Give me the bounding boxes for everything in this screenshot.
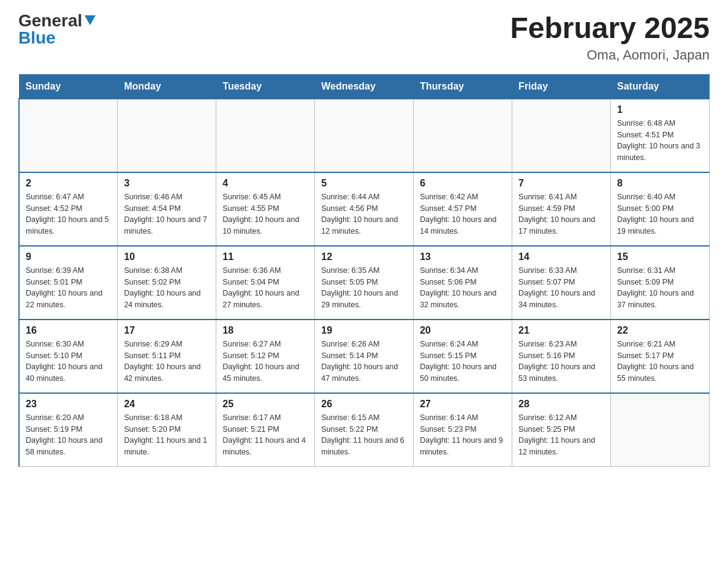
- day-number: 6: [420, 178, 506, 189]
- day-sun-info: Sunrise: 6:44 AMSunset: 4:56 PMDaylight:…: [321, 191, 407, 237]
- calendar-cell: [118, 99, 216, 172]
- calendar-cell: 4Sunrise: 6:45 AMSunset: 4:55 PMDaylight…: [216, 172, 315, 246]
- day-number: 18: [222, 325, 308, 336]
- day-sun-info: Sunrise: 6:21 AMSunset: 5:17 PMDaylight:…: [617, 339, 703, 385]
- day-number: 2: [26, 178, 111, 189]
- day-number: 15: [617, 251, 703, 262]
- calendar-cell: 15Sunrise: 6:31 AMSunset: 5:09 PMDayligh…: [611, 246, 710, 320]
- calendar-cell: 7Sunrise: 6:41 AMSunset: 4:59 PMDaylight…: [512, 172, 611, 246]
- day-sun-info: Sunrise: 6:45 AMSunset: 4:55 PMDaylight:…: [222, 191, 308, 237]
- day-sun-info: Sunrise: 6:14 AMSunset: 5:23 PMDaylight:…: [420, 412, 506, 458]
- logo-arrow-icon: [83, 13, 97, 26]
- day-sun-info: Sunrise: 6:12 AMSunset: 5:25 PMDaylight:…: [518, 412, 604, 458]
- day-number: 23: [26, 399, 111, 410]
- day-sun-info: Sunrise: 6:20 AMSunset: 5:19 PMDaylight:…: [26, 412, 111, 458]
- calendar-week-row: 1Sunrise: 6:48 AMSunset: 4:51 PMDaylight…: [19, 99, 710, 172]
- day-number: 19: [321, 325, 407, 336]
- day-number: 28: [518, 399, 604, 410]
- calendar-cell: 25Sunrise: 6:17 AMSunset: 5:21 PMDayligh…: [216, 393, 315, 467]
- calendar-week-row: 2Sunrise: 6:47 AMSunset: 4:52 PMDaylight…: [19, 172, 710, 246]
- title-block: February 2025 Oma, Aomori, Japan: [510, 12, 710, 63]
- day-number: 20: [420, 325, 506, 336]
- calendar-cell: 18Sunrise: 6:27 AMSunset: 5:12 PMDayligh…: [216, 320, 315, 393]
- day-number: 10: [124, 251, 210, 262]
- calendar-week-row: 9Sunrise: 6:39 AMSunset: 5:01 PMDaylight…: [19, 246, 710, 320]
- day-sun-info: Sunrise: 6:26 AMSunset: 5:14 PMDaylight:…: [321, 339, 407, 385]
- logo-general-text: General: [18, 12, 82, 29]
- day-sun-info: Sunrise: 6:34 AMSunset: 5:06 PMDaylight:…: [420, 265, 506, 311]
- calendar-cell: 23Sunrise: 6:20 AMSunset: 5:19 PMDayligh…: [19, 393, 118, 467]
- day-header-wednesday: Wednesday: [315, 74, 414, 99]
- day-sun-info: Sunrise: 6:33 AMSunset: 5:07 PMDaylight:…: [518, 265, 604, 311]
- calendar-cell: 24Sunrise: 6:18 AMSunset: 5:20 PMDayligh…: [118, 393, 216, 467]
- day-sun-info: Sunrise: 6:15 AMSunset: 5:22 PMDaylight:…: [321, 412, 407, 458]
- day-number: 8: [617, 178, 703, 189]
- day-number: 17: [124, 325, 210, 336]
- day-number: 16: [26, 325, 111, 336]
- day-number: 1: [617, 104, 703, 115]
- day-number: 12: [321, 251, 407, 262]
- day-sun-info: Sunrise: 6:27 AMSunset: 5:12 PMDaylight:…: [222, 339, 308, 385]
- day-sun-info: Sunrise: 6:31 AMSunset: 5:09 PMDaylight:…: [617, 265, 703, 311]
- day-number: 21: [518, 325, 604, 336]
- day-number: 11: [222, 251, 308, 262]
- logo: General Blue: [18, 12, 97, 47]
- day-sun-info: Sunrise: 6:30 AMSunset: 5:10 PMDaylight:…: [26, 339, 111, 385]
- calendar-cell: 14Sunrise: 6:33 AMSunset: 5:07 PMDayligh…: [512, 246, 611, 320]
- day-number: 7: [518, 178, 604, 189]
- day-number: 3: [124, 178, 210, 189]
- day-header-saturday: Saturday: [611, 74, 710, 99]
- day-number: 24: [124, 399, 210, 410]
- calendar-cell: 1Sunrise: 6:48 AMSunset: 4:51 PMDaylight…: [611, 99, 710, 172]
- day-number: 9: [26, 251, 111, 262]
- calendar-cell: 26Sunrise: 6:15 AMSunset: 5:22 PMDayligh…: [315, 393, 414, 467]
- day-number: 5: [321, 178, 407, 189]
- page-header: General Blue February 2025 Oma, Aomori, …: [18, 12, 710, 63]
- day-number: 22: [617, 325, 703, 336]
- day-sun-info: Sunrise: 6:35 AMSunset: 5:05 PMDaylight:…: [321, 265, 407, 311]
- day-sun-info: Sunrise: 6:48 AMSunset: 4:51 PMDaylight:…: [617, 118, 703, 164]
- day-header-sunday: Sunday: [19, 74, 118, 99]
- day-header-thursday: Thursday: [414, 74, 512, 99]
- calendar-cell: [19, 99, 118, 172]
- calendar-cell: 5Sunrise: 6:44 AMSunset: 4:56 PMDaylight…: [315, 172, 414, 246]
- day-number: 4: [222, 178, 308, 189]
- location-text: Oma, Aomori, Japan: [510, 47, 710, 63]
- calendar-cell: 28Sunrise: 6:12 AMSunset: 5:25 PMDayligh…: [512, 393, 611, 467]
- day-number: 13: [420, 251, 506, 262]
- day-sun-info: Sunrise: 6:39 AMSunset: 5:01 PMDaylight:…: [26, 265, 111, 311]
- day-sun-info: Sunrise: 6:29 AMSunset: 5:11 PMDaylight:…: [124, 339, 210, 385]
- day-sun-info: Sunrise: 6:24 AMSunset: 5:15 PMDaylight:…: [420, 339, 506, 385]
- calendar-cell: 19Sunrise: 6:26 AMSunset: 5:14 PMDayligh…: [315, 320, 414, 393]
- day-sun-info: Sunrise: 6:42 AMSunset: 4:57 PMDaylight:…: [420, 191, 506, 237]
- calendar-cell: 11Sunrise: 6:36 AMSunset: 5:04 PMDayligh…: [216, 246, 315, 320]
- day-sun-info: Sunrise: 6:40 AMSunset: 5:00 PMDaylight:…: [617, 191, 703, 237]
- day-header-monday: Monday: [118, 74, 216, 99]
- calendar-week-row: 23Sunrise: 6:20 AMSunset: 5:19 PMDayligh…: [19, 393, 710, 467]
- day-sun-info: Sunrise: 6:38 AMSunset: 5:02 PMDaylight:…: [124, 265, 210, 311]
- calendar-cell: 8Sunrise: 6:40 AMSunset: 5:00 PMDaylight…: [611, 172, 710, 246]
- calendar-cell: [315, 99, 414, 172]
- calendar-cell: 17Sunrise: 6:29 AMSunset: 5:11 PMDayligh…: [118, 320, 216, 393]
- day-sun-info: Sunrise: 6:41 AMSunset: 4:59 PMDaylight:…: [518, 191, 604, 237]
- day-sun-info: Sunrise: 6:17 AMSunset: 5:21 PMDaylight:…: [222, 412, 308, 458]
- day-number: 14: [518, 251, 604, 262]
- calendar-cell: 16Sunrise: 6:30 AMSunset: 5:10 PMDayligh…: [19, 320, 118, 393]
- day-header-tuesday: Tuesday: [216, 74, 315, 99]
- svg-marker-0: [85, 15, 96, 25]
- calendar-cell: 21Sunrise: 6:23 AMSunset: 5:16 PMDayligh…: [512, 320, 611, 393]
- calendar-cell: [611, 393, 710, 467]
- day-number: 25: [222, 399, 308, 410]
- day-header-friday: Friday: [512, 74, 611, 99]
- day-number: 26: [321, 399, 407, 410]
- day-sun-info: Sunrise: 6:47 AMSunset: 4:52 PMDaylight:…: [26, 191, 111, 237]
- calendar-cell: 12Sunrise: 6:35 AMSunset: 5:05 PMDayligh…: [315, 246, 414, 320]
- logo-blue-text: Blue: [18, 28, 56, 47]
- calendar-cell: 27Sunrise: 6:14 AMSunset: 5:23 PMDayligh…: [414, 393, 512, 467]
- day-header-row: SundayMondayTuesdayWednesdayThursdayFrid…: [19, 74, 710, 99]
- calendar-cell: 3Sunrise: 6:46 AMSunset: 4:54 PMDaylight…: [118, 172, 216, 246]
- calendar-cell: 22Sunrise: 6:21 AMSunset: 5:17 PMDayligh…: [611, 320, 710, 393]
- calendar-table: SundayMondayTuesdayWednesdayThursdayFrid…: [18, 74, 710, 467]
- day-sun-info: Sunrise: 6:18 AMSunset: 5:20 PMDaylight:…: [124, 412, 210, 458]
- day-sun-info: Sunrise: 6:23 AMSunset: 5:16 PMDaylight:…: [518, 339, 604, 385]
